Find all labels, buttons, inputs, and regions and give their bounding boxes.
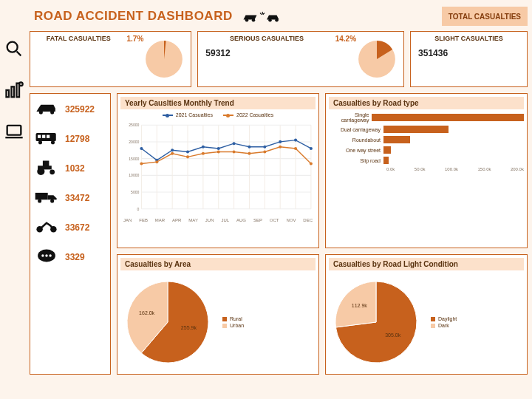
svg-point-72 [186, 155, 189, 158]
svg-point-74 [217, 150, 220, 153]
vehicle-row-car: 325922 [33, 97, 107, 122]
vehicle-row-truck: 33472 [33, 185, 107, 211]
vehicle-row-other: 3329 [33, 245, 107, 270]
svg-point-12 [39, 110, 43, 114]
svg-rect-17 [38, 135, 41, 138]
svg-point-62 [217, 147, 220, 150]
svg-point-8 [268, 18, 272, 22]
panel-light: Casualties by Road Light Condition 305.0… [325, 254, 528, 375]
svg-point-76 [248, 152, 250, 155]
svg-text:0: 0 [137, 207, 140, 211]
svg-point-63 [233, 142, 236, 145]
total-casualties-label: TOTAL CASUALTIES [449, 13, 521, 21]
svg-point-80 [310, 162, 313, 165]
svg-point-13 [50, 110, 54, 114]
trend-chart: 0500010000150002000025000 [120, 119, 316, 215]
svg-point-65 [263, 146, 266, 149]
svg-text:5000: 5000 [131, 190, 139, 194]
vehicle-row-motorcycle: 33672 [33, 215, 107, 240]
svg-point-71 [171, 152, 174, 155]
legend-2021: 2021 Casualties [176, 112, 213, 117]
svg-rect-18 [42, 135, 45, 138]
svg-text:255.9k: 255.9k [181, 325, 197, 330]
bus-icon [34, 127, 59, 151]
kpi-serious-pct: 14.2% [335, 35, 356, 83]
svg-text:112.9k: 112.9k [352, 303, 368, 308]
vehicle-value: 1032 [65, 163, 85, 174]
vehicle-row-bus: 12798 [33, 126, 107, 151]
car-icon [34, 98, 59, 121]
svg-point-79 [294, 147, 297, 150]
svg-point-69 [140, 162, 143, 165]
road-bar-chart: Single carriagewayDual carriagewayRounda… [329, 112, 524, 164]
svg-point-60 [186, 150, 189, 153]
svg-point-7 [251, 18, 255, 22]
motorcycle-icon [34, 216, 59, 239]
header: ROAD ACCIDENT DASHBOARD TOTAL CASUALTIES [30, 4, 532, 28]
svg-point-26 [50, 199, 54, 202]
bar-row: Roundabout [329, 136, 524, 143]
bar-row: Single carriageway [329, 112, 524, 123]
svg-point-15 [38, 140, 42, 144]
panel-light-title: Casualties by Road Light Condition [329, 258, 524, 270]
vehicle-type-list: 32592212798103233472336723329 [30, 93, 111, 375]
kpi-slight-label: SLIGHT CASUALTIES [417, 35, 521, 42]
panel-road-type: Casualties by Road type Single carriagew… [325, 93, 528, 248]
svg-point-66 [279, 140, 282, 143]
svg-point-32 [49, 254, 51, 256]
vehicle-value: 33472 [65, 193, 89, 203]
svg-point-67 [294, 139, 297, 142]
svg-text:20000: 20000 [129, 140, 139, 144]
svg-point-22 [37, 168, 44, 175]
kpi-serious-value: 59312 [205, 48, 230, 58]
svg-point-59 [171, 149, 174, 151]
kpi-fatal-pie [143, 38, 185, 80]
svg-point-6 [245, 18, 248, 22]
panel-area: Casualties by Area 255.9k162.0k RuralUrb… [117, 254, 319, 375]
svg-point-78 [279, 146, 282, 149]
svg-point-64 [248, 146, 250, 149]
road-x-axis: 0.0k50.0k100.0k150.0k200.0k [329, 167, 524, 171]
trend-legend: 2021 Casualties 2022 Casualties [120, 112, 316, 117]
area-pie: 255.9k162.0k [123, 278, 212, 366]
svg-point-73 [202, 152, 205, 155]
svg-rect-19 [47, 135, 50, 138]
bar-row: Slip road [329, 157, 524, 164]
light-pie: 305.0k112.9k [332, 278, 420, 366]
svg-point-68 [310, 147, 313, 150]
kpi-serious: SERIOUS CASUALTIES 59312 14.2% [197, 31, 404, 87]
kpi-slight: SLIGHT CASUALTIES 351436 [410, 31, 528, 87]
svg-point-57 [140, 147, 143, 150]
kpi-serious-label: SERIOUS CASUALTIES [204, 35, 329, 42]
page-title: ROAD ACCIDENT DASHBOARD [34, 9, 233, 24]
vehicle-value: 33672 [65, 222, 89, 233]
svg-text:15000: 15000 [129, 157, 139, 161]
kpi-fatal-label: FATAL CASUALTIES [36, 35, 121, 83]
total-casualties-box: TOTAL CASUALTIES [442, 7, 528, 26]
svg-point-61 [202, 146, 205, 149]
svg-text:162.0k: 162.0k [139, 310, 155, 316]
svg-point-23 [50, 169, 55, 174]
legend-2022: 2022 Casualties [236, 112, 273, 117]
panel-trend-title: Yearly Causlties Monthly Trend [120, 97, 316, 109]
svg-text:25000: 25000 [129, 123, 139, 127]
vehicle-value: 12798 [65, 134, 89, 144]
svg-point-31 [45, 254, 47, 256]
panel-area-title: Casualties by Area [120, 258, 316, 270]
tractor-icon [34, 157, 59, 180]
light-legend: DaylightDark [431, 315, 457, 330]
svg-point-16 [51, 140, 55, 144]
svg-point-25 [38, 199, 41, 202]
panel-trend: Yearly Causlties Monthly Trend 2021 Casu… [117, 93, 319, 248]
truck-icon [34, 186, 59, 210]
vehicle-value: 325922 [65, 104, 95, 115]
svg-point-70 [155, 160, 158, 163]
panel-road-title: Casualties by Road type [329, 97, 524, 109]
svg-text:305.0k: 305.0k [385, 332, 401, 338]
vehicle-row-tractor: 1032 [33, 156, 107, 181]
svg-text:10000: 10000 [129, 173, 139, 177]
car-crash-icon [240, 8, 284, 24]
bar-row: Dual carriageway [329, 126, 524, 133]
svg-point-30 [41, 254, 44, 256]
svg-point-77 [263, 150, 266, 153]
